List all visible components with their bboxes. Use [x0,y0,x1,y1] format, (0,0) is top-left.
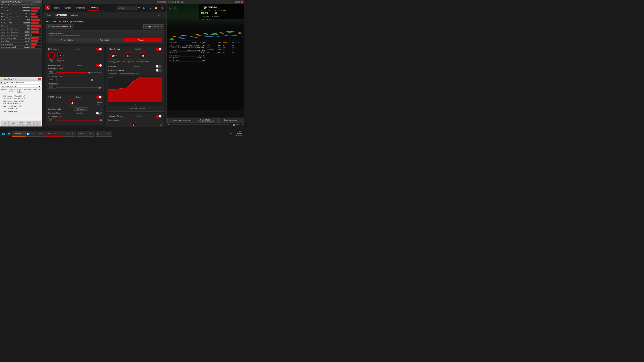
gpuz-sensor-value: 99 % [20,25,31,27]
bench-info-gpu: GPU-Modell AMD Radeon RX 6900 XT [169,49,205,52]
bench-btn-close[interactable]: [ESC] SCHLIESSEN [218,118,244,123]
mpt-write-btn[interactable]: Write SPPT [25,121,33,126]
amd-globe-icon[interactable]: 🌐 [142,5,146,10]
amd-voltage-thumb[interactable] [98,87,100,89]
bench-zoom-expand-icon[interactable]: ⤢ [241,124,243,126]
amd-bell-icon[interactable]: 🔔 [154,5,158,10]
gpuz-tab-graphics[interactable]: Graphics Card [0,3,12,6]
amd-tuning-box: Tuning-Steuerung Wählen Sie den Tuning-G… [46,30,164,44]
mpt-menu-features[interactable]: Features [1,88,8,94]
amd-vram-toggle[interactable] [96,95,102,98]
taskbar-item-radeon[interactable]: A Radeon Software [45,131,61,137]
amd-perf-toggle[interactable] [156,115,162,118]
amd-search-input[interactable] [116,6,137,10]
amd-max-freq-input[interactable] [48,78,56,81]
amd-min-freq-row: Min Frequenz (MHz) [48,68,102,74]
amd-nav-home[interactable]: Home [52,5,62,10]
mpt-menu-power[interactable]: Power and Voltage [17,88,23,94]
mpt-device-select1[interactable]: [0] AMD Radeon RX 6900 XT [3,81,41,84]
amd-nav-leistung[interactable]: Leistung [88,5,100,10]
amd-vram-title: VRAM-Tuning [48,96,61,98]
amd-sub-metrik[interactable]: Metrik [46,12,52,17]
bench-fik-text: FIK [169,5,178,11]
bench-btn-standard[interactable]: [O] STANDARD WIEDERHERSTELLEN [193,118,218,123]
taskbar-item-paint[interactable]: 🖼 Unbenannt - Paint [96,131,112,137]
gpuz-tab-validation[interactable]: Validation [29,3,38,6]
amd-mode-preset[interactable]: Voreinstellung [48,38,86,42]
amd-refresh-btn[interactable]: ↺ [158,13,160,16]
amd-voltage-input[interactable] [48,86,56,89]
amd-min-freq-thumb[interactable] [88,71,90,73]
amd-vram-maxfreq-input[interactable] [48,118,55,121]
gpuz-sensor-bar [31,37,39,39]
mpt-device-select2[interactable]: AMD Radeon RX 6900 XT [1,85,41,87]
mpt-param-label: Minimum Voltage SoC (...) [7,103,41,104]
bench-zoom-thumb[interactable] [233,124,235,126]
amd-min-freq-input[interactable] [48,71,56,73]
amd-null-rpm-toggle[interactable] [156,65,162,68]
amd-fan-trans-label: Übergangstemperatur [136,60,149,62]
amd-fan-toggle[interactable] [156,48,162,51]
gpuz-tab-sensors[interactable]: Sensors [12,3,20,6]
amd-nav-gaming[interactable]: Gaming [62,5,74,10]
taskbar-item-bench[interactable]: ▶ 6900XT Bench [12,131,26,137]
amd-fan-status: Aktiviert [135,48,141,50]
bench-zoom-track[interactable] [171,124,235,125]
bench-maximize-btn[interactable]: □ [238,1,240,3]
amd-takt-spann-row: 0 Taktrate MHz 0 Spa [48,52,102,62]
mpt-save-btn[interactable]: Save [9,121,16,126]
amd-sub-konfiguration[interactable]: Konfiguration [56,12,68,18]
bench-results-panel: Ergebnisse Bilder gerendert: 13221 Dursc… [199,4,244,19]
gpuz-minimize-btn[interactable]: − [33,1,35,3]
amd-close-btn[interactable]: ✕ [163,1,166,3]
amd-minimize-btn[interactable]: − [157,1,160,3]
amd-vram-erweiterte-row: Erweiterte Steuerung Deaktiviert [48,112,102,115]
amd-global-opt-btn[interactable]: 🌐 Globale Optimierung ▼ [46,24,74,28]
amd-max-freq-thumb[interactable] [91,79,93,81]
mpt-delete-btn[interactable]: Delete SPPT [17,121,25,126]
mpt-menu-freq[interactable]: Frequency [24,88,32,94]
bench-close-btn[interactable]: ✕ [241,1,243,3]
mpt-menu-overdrive[interactable]: Overdrive Limits [8,88,16,94]
mpt-menu-curve[interactable]: Curve [32,88,37,94]
gpuz-sensor-label: GPU Temperature (Hot Spot) [1,16,18,18]
amd-gear-icon[interactable]: ⚙ [160,5,164,10]
amd-gpu-erweiterte-toggle[interactable] [96,64,102,67]
taskbar-item-mpt[interactable]: ⚡ MorePowerTool [61,131,76,137]
gpuz-close-btn[interactable]: ✕ [38,1,41,3]
amd-search-icon[interactable]: 🔍 [138,7,140,9]
amd-vram-maxfreq-thumb[interactable] [100,119,102,121]
gpuz-sensor-bar [31,46,35,48]
amd-mode-manual[interactable]: Manuell ✓ [124,38,162,42]
amd-fan-erweiterte-toggle[interactable] [156,69,162,72]
mpt-close-btn[interactable]: ✕ [38,78,41,80]
mpt-exit-btn[interactable]: Exit [33,121,41,126]
taskbar-bench-icon: ▶ [13,133,14,135]
taskbar-start-btn[interactable] [1,131,7,137]
amd-maximize-btn[interactable]: □ [160,1,162,3]
taskbar-item-shadow[interactable]: 🎮 Shadow of the Tom... [77,131,96,137]
amd-more-btn[interactable]: ⋯ [161,13,164,16]
taskbar-item-gpuz[interactable]: 📊 TechPowerUp GPU... [26,131,45,137]
bench-fps-label: Max. [207,46,217,48]
amd-vram-erweiterte-toggle[interactable] [96,112,102,115]
amd-nav-streaming[interactable]: Streaming [74,5,88,10]
mpt-load-btn[interactable]: Load [1,121,8,126]
taskbar-search-btn[interactable]: 🔍 [7,132,11,136]
bench-minimize-btn[interactable]: − [235,1,238,3]
amd-speicher-select[interactable]: Fast Timing [74,107,88,111]
mpt-menu-fan[interactable]: Fan [38,88,42,94]
gpuz-sensor-label: System Memory Used [1,46,18,48]
amd-fan-x100: 100°C [157,104,161,106]
amd-sub-advisors[interactable]: Advisors [71,12,79,17]
bench-footer: [R] BENCHMARK STARTEN [O] STANDARD WIEDE… [167,117,244,127]
bench-btn-benchmark[interactable]: [R] BENCHMARK STARTEN [167,118,193,123]
bench-fps-val: 181 [218,46,222,48]
gpuz-maximize-btn[interactable]: □ [36,1,38,3]
amd-add-profile-btn[interactable]: Spielprofil hinzuf... + [144,24,164,28]
amd-mode-auto[interactable]: Automatisch [86,38,124,42]
mpt-param-num: 825 [1,103,6,104]
amd-gpu-tuning-toggle[interactable] [96,48,102,51]
gpuz-tab-advanced[interactable]: Advanced [20,3,29,6]
amd-star-icon[interactable]: ★ [148,5,152,10]
